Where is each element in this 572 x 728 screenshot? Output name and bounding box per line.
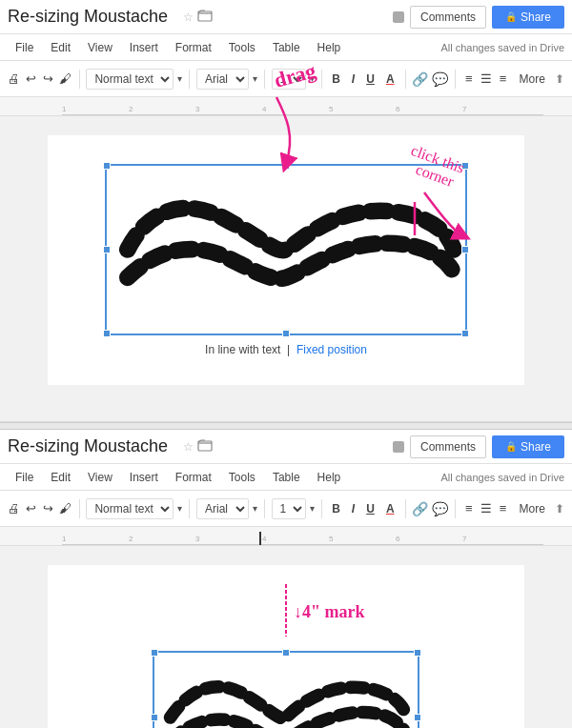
handle-br[interactable] <box>461 330 469 337</box>
menu-bar-1: File Edit View Insert Format Tools Table… <box>0 34 572 61</box>
share-button-1[interactable]: 🔒 Share <box>492 6 564 29</box>
redo-icon-2[interactable]: ↪ <box>42 497 55 520</box>
align-center-icon-2[interactable]: ☰ <box>480 497 493 520</box>
canvas-area-1: drag click this corner <box>0 116 572 421</box>
align-left-icon[interactable]: ≡ <box>462 68 476 91</box>
align-center-icon[interactable]: ☰ <box>480 68 493 91</box>
handle-tl[interactable] <box>103 162 111 170</box>
cloud-icon-1 <box>393 11 404 23</box>
print-icon[interactable]: 🖨 <box>8 68 21 91</box>
lock-icon-2: 🔒 <box>505 441 517 452</box>
toolbar-2: 🖨 ↩ ↪ 🖌 Normal text ▾ Arial ▾ 11 ▾ B I U… <box>0 491 572 527</box>
italic-button-1[interactable]: I <box>348 71 358 88</box>
menu-tools-1[interactable]: Tools <box>221 38 263 57</box>
undo-icon-2[interactable]: ↩ <box>25 497 38 520</box>
lock-icon-1: 🔒 <box>505 11 517 22</box>
saved-status-2: All changes saved in Drive <box>440 472 564 483</box>
more-button-2[interactable]: More <box>514 500 551 517</box>
menu-table-2[interactable]: Table <box>265 468 308 487</box>
comments-button-1[interactable]: Comments <box>410 6 486 29</box>
menu-edit-1[interactable]: Edit <box>43 38 78 57</box>
saved-status-1: All changes saved in Drive <box>440 42 564 53</box>
comment-icon-2[interactable]: 💬 <box>432 497 448 520</box>
image-container-2[interactable] <box>153 651 419 728</box>
size-select-1[interactable]: 11 <box>272 69 306 90</box>
doc-title-2: Re-sizing Moustache <box>8 436 179 456</box>
star-icon-2[interactable]: ☆ <box>183 440 194 454</box>
italic-button-2[interactable]: I <box>348 500 358 517</box>
svg-rect-1 <box>393 11 404 23</box>
more-button-1[interactable]: More <box>514 71 551 88</box>
folder-icon-1[interactable] <box>197 8 213 26</box>
handle-bl[interactable] <box>103 330 111 337</box>
text-color-button-1[interactable]: A <box>382 71 398 88</box>
print-icon-2[interactable]: 🖨 <box>8 497 21 520</box>
image-wrapper-1: drag click this corner <box>105 164 467 335</box>
handle-mr[interactable] <box>461 246 469 253</box>
menu-bar-2: File Edit View Insert Format Tools Table… <box>0 464 572 491</box>
image-container-1[interactable] <box>105 164 467 335</box>
paint-format-icon-2[interactable]: 🖌 <box>59 497 72 520</box>
size-select-2[interactable]: 11 <box>272 498 306 519</box>
handle-mr-2[interactable] <box>414 714 421 721</box>
handle-tr[interactable] <box>461 162 469 170</box>
menu-format-2[interactable]: Format <box>168 468 219 487</box>
menu-edit-2[interactable]: Edit <box>43 468 78 487</box>
ruler-cursor <box>259 532 261 545</box>
separator <box>405 70 406 89</box>
text-color-button-2[interactable]: A <box>382 500 398 517</box>
paint-format-icon[interactable]: 🖌 <box>59 68 72 91</box>
style-select-1[interactable]: Normal text <box>86 69 174 90</box>
style-select-2[interactable]: Normal text <box>86 498 174 519</box>
menu-insert-2[interactable]: Insert <box>122 468 166 487</box>
redo-icon[interactable]: ↪ <box>42 68 55 91</box>
font-select-1[interactable]: Arial <box>196 69 249 90</box>
handle-bc[interactable] <box>282 330 290 337</box>
toolbar-1: 🖨 ↩ ↪ 🖌 Normal text ▾ Arial ▾ 11 ▾ B I U… <box>0 61 572 97</box>
link-icon-2[interactable]: 🔗 <box>412 497 428 520</box>
doc-title-1: Re-sizing Moustache <box>8 7 179 27</box>
comment-icon[interactable]: 💬 <box>432 68 448 91</box>
menu-help-1[interactable]: Help <box>310 38 349 57</box>
separator <box>321 499 322 518</box>
link-icon[interactable]: 🔗 <box>412 68 428 91</box>
menu-help-2[interactable]: Help <box>310 468 349 487</box>
separator <box>79 499 80 518</box>
menu-format-1[interactable]: Format <box>168 38 219 57</box>
underline-button-2[interactable]: U <box>362 500 378 517</box>
menu-tools-2[interactable]: Tools <box>221 468 263 487</box>
handle-ml[interactable] <box>103 246 111 253</box>
menu-insert-1[interactable]: Insert <box>122 38 166 57</box>
image-wrapper-2: ↓4" mark <box>153 594 419 728</box>
folder-icon-2[interactable] <box>197 437 213 455</box>
handle-tc[interactable] <box>282 162 290 170</box>
fixed-position-link-1[interactable]: Fixed position <box>296 343 367 356</box>
menu-view-2[interactable]: View <box>80 468 120 487</box>
handle-ml-2[interactable] <box>151 714 158 721</box>
separator <box>455 499 456 518</box>
align-right-icon-2[interactable]: ≡ <box>497 497 510 520</box>
star-icon-1[interactable]: ☆ <box>183 10 194 24</box>
canvas-area-2: ↓4" mark <box>0 546 572 728</box>
comments-button-2[interactable]: Comments <box>410 435 486 458</box>
menu-view-1[interactable]: View <box>80 38 120 57</box>
menu-file-1[interactable]: File <box>8 38 41 57</box>
expand-icon-1[interactable]: ⬆ <box>555 72 564 86</box>
font-select-2[interactable]: Arial <box>196 498 249 519</box>
align-right-icon[interactable]: ≡ <box>497 68 510 91</box>
handle-tr-2[interactable] <box>414 649 421 657</box>
separator <box>264 499 265 518</box>
handle-tc-2[interactable] <box>282 649 290 657</box>
menu-file-2[interactable]: File <box>8 468 41 487</box>
menu-table-1[interactable]: Table <box>265 38 308 57</box>
undo-icon[interactable]: ↩ <box>25 68 38 91</box>
share-button-2[interactable]: 🔒 Share <box>492 435 564 458</box>
annotation-area: ↓4" mark <box>153 594 419 651</box>
separator <box>321 70 322 89</box>
underline-button-1[interactable]: U <box>362 71 378 88</box>
bold-button-2[interactable]: B <box>328 500 344 517</box>
handle-tl-2[interactable] <box>151 649 158 657</box>
align-left-icon-2[interactable]: ≡ <box>462 497 476 520</box>
bold-button-1[interactable]: B <box>328 71 344 88</box>
expand-icon-2[interactable]: ⬆ <box>555 502 564 516</box>
